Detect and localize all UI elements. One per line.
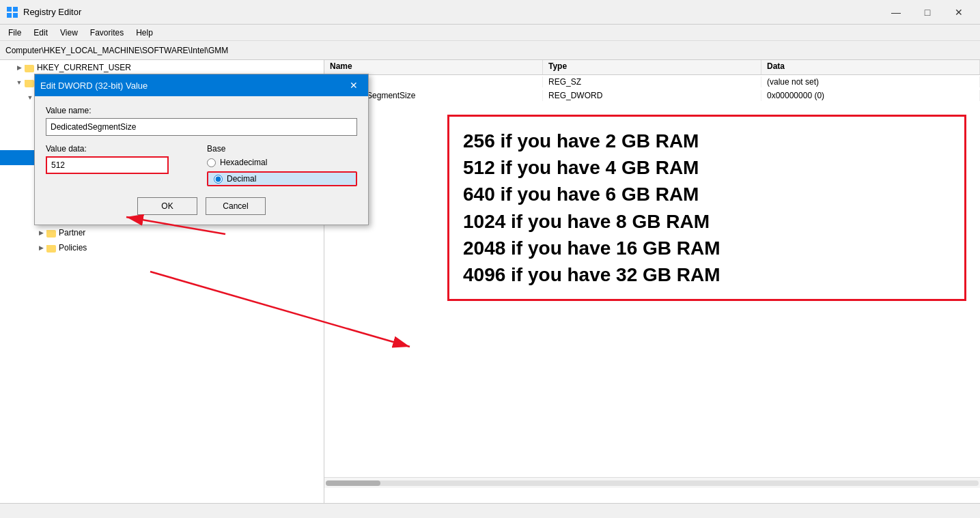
cancel-button[interactable]: Cancel [206,197,266,215]
tree-item-hkcu[interactable]: ▶ HKEY_CURRENT_USER [0,60,324,75]
scrollbar-track [326,480,979,486]
app-icon [5,5,19,19]
annotation-box: 256 if you have 2 GB RAM 512 if you have… [447,115,966,301]
table-row[interactable]: DedicatedSegmentSize REG_DWORD 0x0000000… [324,89,980,102]
folder-icon-hklm [25,80,34,87]
annotation-line-4: 2048 if you have 16 GB RAM [463,235,951,261]
col-type: Type [543,60,761,74]
dialog-close-button[interactable]: ✕ [345,77,363,93]
cell-data-1: 0x00000000 (0) [761,90,980,101]
app-title: Registry Editor [23,7,81,17]
status-bar [0,503,980,518]
dialog-data-row: Value data: Base Hexadecimal Decimal [46,144,357,186]
menu-edit[interactable]: Edit [28,27,53,39]
dialog-title: Edit DWORD (32-bit) Value [40,81,148,91]
menu-view[interactable]: View [55,27,83,39]
svg-rect-1 [13,7,18,12]
value-data-input[interactable] [46,156,169,174]
annotation-line-0: 256 if you have 2 GB RAM [463,128,951,154]
menu-bar: File Edit View Favorites Help [0,25,980,41]
svg-rect-0 [7,7,12,12]
scrollbar-thumb[interactable] [326,480,380,486]
hex-radio-text: Hexadecimal [220,158,267,167]
right-header: Name Type Data [324,60,980,75]
menu-help[interactable]: Help [130,27,158,39]
hex-radio[interactable] [207,158,216,167]
annotation-line-1: 512 if you have 4 GB RAM [463,154,951,181]
address-path: Computer\HKEY_LOCAL_MACHINE\SOFTWARE\Int… [5,46,228,55]
table-row[interactable]: (Default) REG_SZ (value not set) [324,75,980,89]
annotation-text: 256 if you have 2 GB RAM 512 if you have… [463,128,951,288]
hex-radio-label[interactable]: Hexadecimal [207,158,357,167]
cell-type-0: REG_SZ [543,76,761,87]
dialog-title-bar: Edit DWORD (32-bit) Value ✕ [35,74,368,96]
horizontal-scrollbar[interactable] [324,477,980,488]
ok-button[interactable]: OK [137,197,197,215]
tree-label-hkcu: HKEY_CURRENT_USER [37,63,131,72]
base-label: Base [207,144,357,154]
expand-icon-partner: ▶ [36,227,46,238]
close-button[interactable]: ✕ [943,2,975,23]
dialog-buttons: OK Cancel [46,197,357,215]
expand-icon-hkcu: ▶ [14,62,25,73]
col-data: Data [761,60,980,74]
annotation-line-2: 640 if you have 6 GB RAM [463,181,951,207]
folder-icon-hkcu [25,65,34,72]
annotation-line-5: 4096 if you have 32 GB RAM [463,261,951,288]
col-name: Name [324,60,543,74]
svg-rect-3 [13,13,18,18]
cell-data-0: (value not set) [761,76,980,87]
menu-file[interactable]: File [3,27,27,39]
cell-type-1: REG_DWORD [543,90,761,101]
folder-icon-policies [46,245,56,253]
expand-icon-hklm: ▼ [14,77,25,88]
value-name-input[interactable] [46,118,357,136]
tree-label-policies: Policies [59,243,87,253]
svg-rect-2 [7,13,12,18]
base-section: Base Hexadecimal Decimal [207,144,357,186]
edit-dword-dialog: Edit DWORD (32-bit) Value ✕ Value name: … [34,74,369,225]
tree-item-policies[interactable]: ▶ Policies [0,240,324,255]
window-controls: — □ ✕ [880,2,975,23]
maximize-button[interactable]: □ [912,2,943,23]
tree-item-partner[interactable]: ▶ Partner [0,225,324,240]
tree-label-partner: Partner [59,228,85,238]
dialog-body: Value name: Value data: Base Hexadecimal [35,96,368,225]
value-data-section: Value data: [46,144,196,174]
decimal-radio-text: Decimal [227,174,256,184]
expand-icon-policies: ▶ [36,242,46,253]
main-content: ▶ HKEY_CURRENT_USER ▼ HKEY_LOCAL_MACHINE… [0,60,980,503]
title-bar: Registry Editor — □ ✕ [0,0,980,25]
menu-favorites[interactable]: Favorites [85,27,129,39]
annotation-line-3: 1024 if you have 8 GB RAM [463,208,951,235]
folder-icon-partner [46,230,56,238]
decimal-radio[interactable] [214,175,223,184]
value-data-label: Value data: [46,144,196,154]
radio-group: Hexadecimal Decimal [207,158,357,186]
decimal-radio-label[interactable]: Decimal [207,171,357,186]
value-name-label: Value name: [46,106,357,115]
minimize-button[interactable]: — [880,2,912,23]
address-bar: Computer\HKEY_LOCAL_MACHINE\SOFTWARE\Int… [0,41,980,60]
